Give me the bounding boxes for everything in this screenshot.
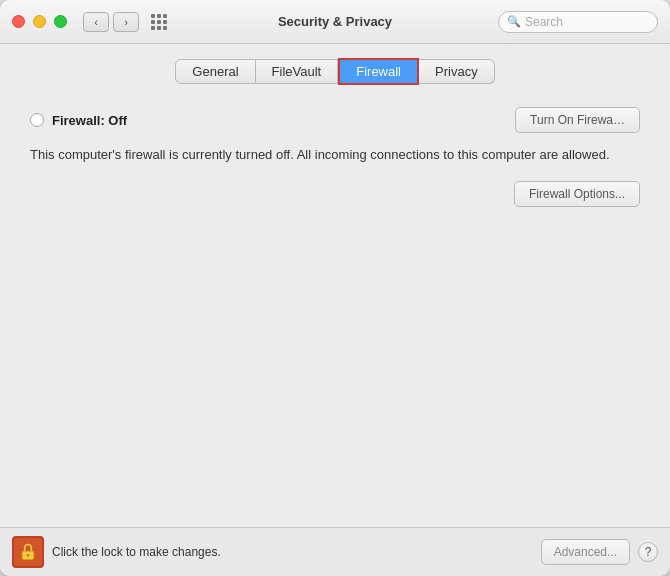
title-bar-left: ‹ › bbox=[12, 12, 167, 32]
tab-filevault[interactable]: FileVault bbox=[256, 59, 339, 84]
lock-icon[interactable] bbox=[12, 536, 44, 568]
firewall-label-group: Firewall: Off bbox=[30, 113, 127, 128]
traffic-lights bbox=[12, 15, 67, 28]
zoom-button[interactable] bbox=[54, 15, 67, 28]
help-button[interactable]: ? bbox=[638, 542, 658, 562]
lock-svg bbox=[18, 542, 38, 562]
firewall-description: This computer's firewall is currently tu… bbox=[30, 145, 640, 165]
grid-icon[interactable] bbox=[151, 14, 167, 30]
window-title: Security & Privacy bbox=[278, 14, 392, 29]
title-bar: ‹ › Security & Privacy 🔍 Search bbox=[0, 0, 670, 44]
search-box[interactable]: 🔍 Search bbox=[498, 11, 658, 33]
minimize-button[interactable] bbox=[33, 15, 46, 28]
firewall-options-row: Firewall Options... bbox=[30, 181, 640, 207]
content-area: Firewall: Off Turn On Firewa… This compu… bbox=[0, 97, 670, 527]
tab-privacy[interactable]: Privacy bbox=[419, 59, 495, 84]
turn-on-firewall-button[interactable]: Turn On Firewa… bbox=[515, 107, 640, 133]
lock-text: Click the lock to make changes. bbox=[52, 545, 221, 559]
advanced-button[interactable]: Advanced... bbox=[541, 539, 630, 565]
firewall-status-row: Firewall: Off Turn On Firewa… bbox=[30, 107, 640, 133]
back-button[interactable]: ‹ bbox=[83, 12, 109, 32]
tab-general[interactable]: General bbox=[175, 59, 255, 84]
tab-firewall[interactable]: Firewall bbox=[338, 58, 419, 85]
nav-buttons: ‹ › bbox=[83, 12, 139, 32]
bottom-bar: Click the lock to make changes. Advanced… bbox=[0, 527, 670, 576]
forward-button[interactable]: › bbox=[113, 12, 139, 32]
firewall-radio[interactable] bbox=[30, 113, 44, 127]
close-button[interactable] bbox=[12, 15, 25, 28]
firewall-options-button[interactable]: Firewall Options... bbox=[514, 181, 640, 207]
main-window: ‹ › Security & Privacy 🔍 Search General … bbox=[0, 0, 670, 576]
search-icon: 🔍 bbox=[507, 15, 521, 28]
firewall-status-label: Firewall: Off bbox=[52, 113, 127, 128]
lock-area: Click the lock to make changes. bbox=[12, 536, 221, 568]
svg-point-1 bbox=[27, 554, 30, 557]
search-placeholder: Search bbox=[525, 15, 649, 29]
tab-bar: General FileVault Firewall Privacy bbox=[0, 44, 670, 97]
bottom-right: Advanced... ? bbox=[541, 539, 658, 565]
